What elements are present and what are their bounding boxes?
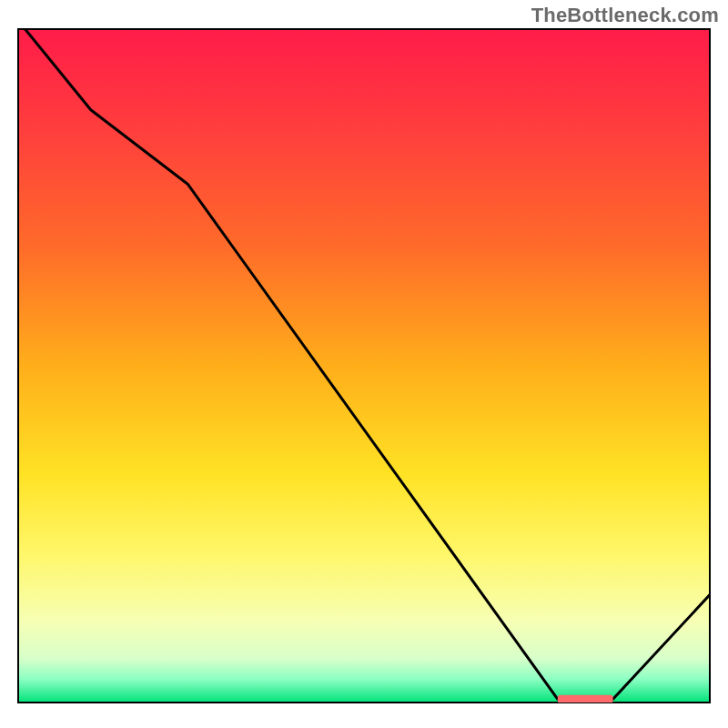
highlight-marker <box>558 695 613 703</box>
chart-svg <box>0 0 728 728</box>
watermark-text: TheBottleneck.com <box>531 4 719 27</box>
chart-container: TheBottleneck.com <box>0 0 728 728</box>
plot-background <box>18 29 710 703</box>
